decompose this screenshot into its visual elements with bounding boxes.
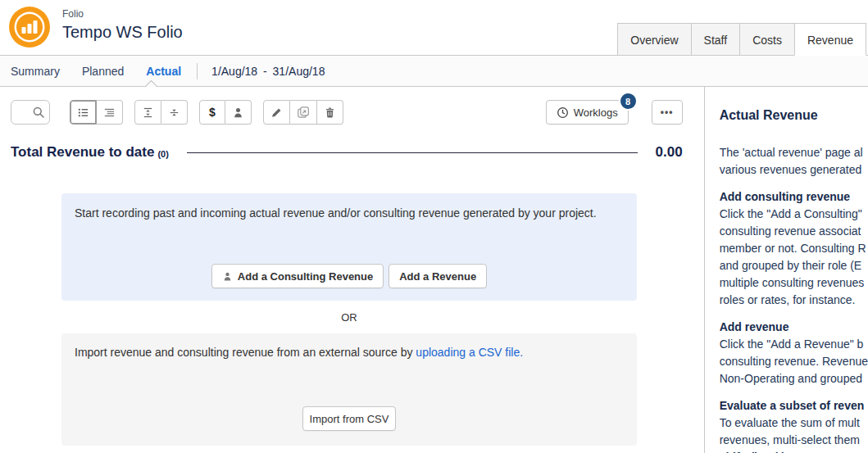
expand-all-button[interactable]	[134, 100, 161, 125]
view-mode-group	[70, 100, 123, 125]
help-line: revenues, multi-select them	[720, 432, 868, 449]
app-label: Folio	[62, 8, 183, 20]
total-revenue-count: (0)	[157, 149, 168, 159]
sub-nav: Summary Planned Actual 1/Aug/18 - 31/Aug…	[0, 56, 868, 87]
import-box: Import revenue and consulting revenue fr…	[61, 333, 637, 446]
delete-icon	[324, 106, 336, 119]
copy-icon	[297, 106, 310, 119]
tab-overview[interactable]: Overview	[617, 23, 691, 56]
import-actions: Import from CSV	[75, 406, 624, 431]
main-panel: $ Worklogs	[0, 87, 705, 453]
help-section-heading: Add revenue	[720, 319, 868, 336]
expand-all-icon	[142, 106, 154, 119]
empty-state-actions: Add a Consulting Revenue Add a Revenue	[75, 264, 624, 288]
person-icon	[232, 106, 244, 119]
add-consulting-revenue-label: Add a Consulting Revenue	[238, 270, 373, 283]
import-text-prefix: Import revenue and consulting revenue fr…	[75, 346, 416, 359]
edit-icon	[270, 106, 283, 119]
grouped-view-icon	[103, 106, 116, 119]
active-tab-caret	[144, 79, 159, 87]
currency-toggle-button[interactable]: $	[199, 100, 225, 125]
tempo-folio-logo-icon	[8, 6, 51, 48]
toolbar: $ Worklogs	[11, 98, 683, 126]
import-from-csv-button[interactable]: Import from CSV	[302, 406, 397, 431]
nav-item-actual[interactable]: Actual	[146, 65, 181, 78]
add-revenue-button[interactable]: Add a Revenue	[389, 264, 487, 288]
help-line: and grouped by their role (E	[720, 257, 868, 274]
clock-icon	[557, 106, 569, 119]
app-header: Folio Tempo WS Folio Overview Staff Cost…	[0, 0, 868, 56]
help-panel: Actual Revenue The 'actual revenue' page…	[705, 87, 868, 453]
help-line: roles or rates, for instance.	[720, 292, 868, 309]
help-line: Non-Operating and grouped	[720, 370, 868, 387]
nav-item-planned[interactable]: Planned	[82, 65, 124, 78]
tab-costs[interactable]: Costs	[739, 23, 795, 56]
help-section-heading: Add consulting revenue	[720, 188, 868, 206]
summary-leader-line	[187, 152, 638, 153]
date-range[interactable]: 1/Aug/18 - 31/Aug/18	[211, 65, 325, 78]
help-intro-line: The 'actual revenue' page al	[720, 144, 868, 161]
empty-state-box: Start recording past and incoming actual…	[61, 193, 637, 301]
collapse-all-button[interactable]	[161, 100, 188, 125]
title-block: Folio Tempo WS Folio	[62, 8, 183, 42]
total-revenue-label: Total Revenue to date	[11, 144, 154, 161]
currency-icon: $	[209, 106, 216, 119]
more-options-button[interactable]: •••	[652, 100, 683, 125]
help-line: Click the "Add a Revenue" b	[720, 336, 868, 353]
expand-collapse-group	[134, 100, 188, 125]
upload-csv-link[interactable]: uploading a CSV file.	[416, 346, 523, 359]
ellipsis-icon: •••	[661, 106, 674, 118]
add-consulting-revenue-button[interactable]: Add a Consulting Revenue	[211, 264, 384, 288]
total-revenue-value: 0.00	[656, 144, 683, 161]
tab-staff[interactable]: Staff	[691, 23, 741, 56]
help-intro-line: various revenues generated	[720, 161, 868, 179]
toolbar-right: Worklogs 8 •••	[546, 100, 683, 125]
edit-button[interactable]	[263, 100, 290, 125]
worklogs-count-badge: 8	[619, 92, 638, 111]
help-line: multiple consulting revenues	[720, 274, 868, 292]
display-options-group: $	[199, 100, 252, 125]
help-line: member or not. Consulting R	[720, 240, 868, 257]
help-line-shortcut: shift+(j or k).	[720, 449, 868, 453]
delete-button[interactable]	[317, 100, 343, 125]
content: $ Worklogs	[0, 87, 868, 453]
help-panel-title: Actual Revenue	[720, 108, 868, 123]
worklogs-label: Worklogs	[574, 106, 618, 119]
total-revenue-row: Total Revenue to date (0) 0.00	[11, 144, 683, 161]
nav-item-summary[interactable]: Summary	[11, 65, 60, 78]
or-separator: OR	[61, 311, 637, 324]
worklogs-button[interactable]: Worklogs 8	[546, 100, 629, 125]
tab-revenue[interactable]: Revenue	[794, 23, 866, 56]
nav-divider	[197, 63, 198, 79]
help-line: Click the "Add a Consulting"	[720, 206, 868, 223]
search-input[interactable]	[11, 100, 50, 125]
empty-state-text: Start recording past and incoming actual…	[75, 206, 624, 220]
help-section-heading: Evaluate a subset of reven	[720, 397, 868, 414]
top-tabs: Overview Staff Costs Revenue	[618, 23, 866, 56]
person-icon	[222, 271, 233, 282]
collapse-all-icon	[168, 106, 180, 119]
add-revenue-label: Add a Revenue	[399, 270, 476, 283]
person-toggle-button[interactable]	[225, 100, 252, 125]
copy-button[interactable]	[290, 100, 317, 125]
list-view-button[interactable]	[70, 100, 97, 125]
grouped-view-button[interactable]	[97, 100, 123, 125]
search-box	[11, 100, 50, 125]
edit-actions-group	[263, 100, 343, 125]
help-line: consulting revenue associat	[720, 223, 868, 240]
list-view-icon	[77, 106, 89, 119]
help-line: To evaluate the sum of mult	[720, 414, 868, 432]
page-title: Tempo WS Folio	[62, 23, 183, 42]
help-line: consulting revenue. Revenue	[720, 353, 868, 370]
import-text: Import revenue and consulting revenue fr…	[75, 346, 624, 359]
